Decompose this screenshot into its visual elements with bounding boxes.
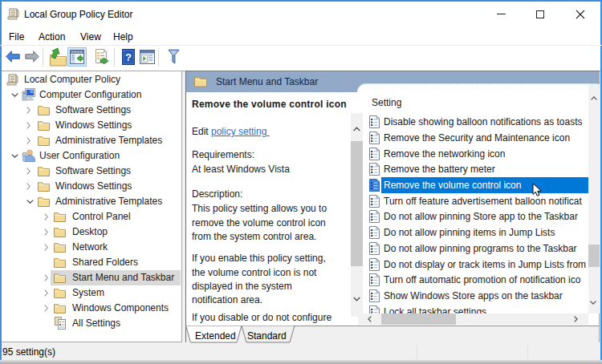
svg-text:?: ? [125, 51, 132, 63]
